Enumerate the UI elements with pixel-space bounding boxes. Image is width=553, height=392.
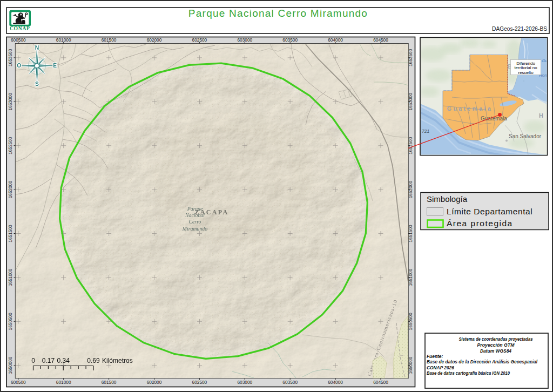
- svg-text:602000: 602000: [147, 37, 162, 43]
- svg-text:1652000: 1652000: [8, 181, 13, 199]
- svg-text:0: 0: [31, 357, 35, 364]
- svg-text:Kilómetros: Kilómetros: [102, 357, 133, 364]
- svg-text:603000: 603000: [237, 380, 252, 385]
- svg-text:E: E: [53, 63, 57, 69]
- svg-text:San Salvador: San Salvador: [509, 133, 542, 139]
- svg-text:603500: 603500: [282, 37, 298, 43]
- svg-text:Fuente:: Fuente:: [427, 354, 443, 359]
- svg-text:Área protegida: Área protegida: [447, 219, 513, 228]
- svg-text:Parque: Parque: [187, 206, 203, 212]
- svg-text:Datum WGS84: Datum WGS84: [480, 348, 511, 354]
- svg-text:1653000: 1653000: [8, 93, 13, 111]
- svg-text:CONAP 2026: CONAP 2026: [427, 365, 454, 370]
- svg-text:Base de datos cartografía bási: Base de datos cartografía básica IGN 201…: [427, 370, 510, 376]
- svg-text:1653500: 1653500: [8, 49, 13, 66]
- svg-text:Sistema de coordenadas proyect: Sistema de coordenadas proyectadas: [459, 336, 533, 342]
- svg-text:602500: 602500: [192, 37, 207, 43]
- svg-text:1651500: 1651500: [8, 225, 13, 242]
- svg-text:Nacional: Nacional: [185, 212, 205, 218]
- svg-text:601500: 601500: [102, 37, 117, 43]
- svg-text:Simbología: Simbología: [427, 194, 468, 204]
- svg-text:601500: 601500: [102, 380, 117, 385]
- svg-text:O: O: [17, 63, 21, 69]
- svg-text:602000: 602000: [147, 380, 162, 385]
- svg-text:721: 721: [422, 129, 429, 134]
- svg-text:604000: 604000: [328, 37, 343, 43]
- svg-text:600500: 600500: [11, 37, 26, 43]
- svg-text:resuelto: resuelto: [518, 70, 534, 75]
- svg-text:0.17: 0.17: [42, 357, 55, 364]
- svg-text:604500: 604500: [373, 37, 388, 43]
- svg-text:1650000: 1650000: [8, 356, 13, 374]
- svg-text:604500: 604500: [373, 380, 388, 385]
- svg-text:603500: 603500: [282, 380, 298, 385]
- svg-text:602500: 602500: [192, 380, 207, 385]
- svg-text:Cerro: Cerro: [188, 219, 201, 225]
- svg-text:600500: 600500: [11, 380, 26, 385]
- svg-text:0.69: 0.69: [87, 357, 100, 364]
- svg-text:Límite Departamental: Límite Departamental: [447, 207, 532, 216]
- svg-text:DAGeos-221-2026-BS: DAGeos-221-2026-BS: [492, 26, 547, 32]
- svg-text:1650500: 1650500: [8, 313, 13, 330]
- svg-text:603000: 603000: [237, 37, 252, 43]
- svg-text:601000: 601000: [56, 37, 71, 43]
- svg-text:Miramundo: Miramundo: [182, 226, 207, 232]
- svg-text:S: S: [35, 81, 39, 87]
- svg-text:0.34: 0.34: [57, 357, 70, 364]
- svg-text:H o: H o: [539, 112, 552, 119]
- svg-text:Base de datos de la Dirección: Base de datos de la Dirección Análisis G…: [427, 359, 538, 364]
- svg-text:N: N: [35, 45, 39, 51]
- svg-text:CONAP: CONAP: [10, 25, 30, 31]
- svg-text:1651000: 1651000: [8, 268, 13, 286]
- svg-text:1652500: 1652500: [8, 137, 13, 154]
- svg-text:Proyección GTM: Proyección GTM: [477, 342, 515, 348]
- svg-text:Guatemala: Guatemala: [447, 105, 493, 112]
- svg-text:604000: 604000: [328, 380, 343, 385]
- svg-text:Parque Nacional Cerro Miramund: Parque Nacional Cerro Miramundo: [188, 8, 368, 19]
- svg-text:601000: 601000: [56, 380, 71, 385]
